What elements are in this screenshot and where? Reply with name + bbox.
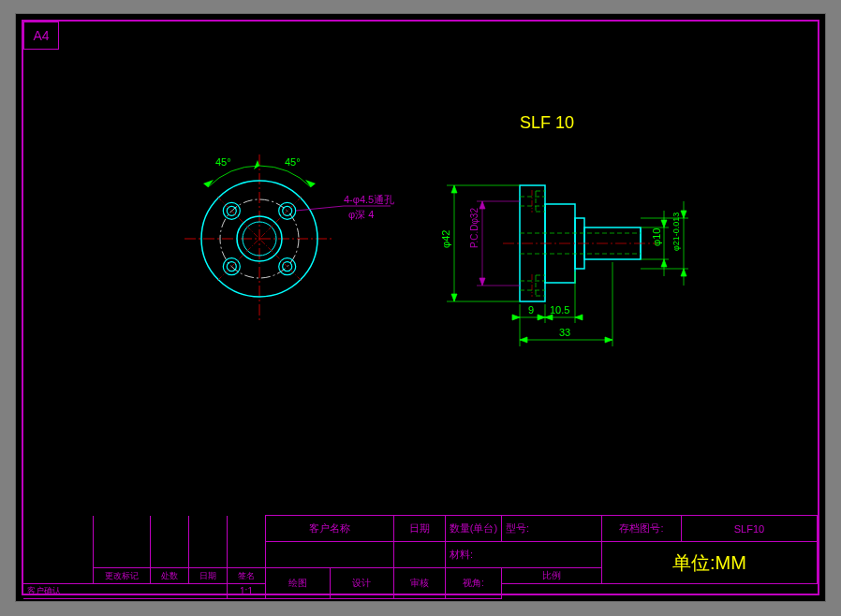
dim-step: 10.5 — [550, 304, 569, 315]
col-place: 处数 — [151, 568, 189, 584]
svg-marker-50 — [480, 278, 485, 286]
svg-marker-60 — [681, 269, 686, 276]
lbl-view: 视角: — [446, 568, 502, 599]
svg-marker-64 — [520, 337, 527, 343]
dim-length: 33 — [559, 327, 570, 338]
title-block: 客户名称 日期 数量(单台) 型号: 存档图号: SLF10 材料: 单位:MM… — [23, 515, 818, 594]
dim-pcd: P.C.Dφ32 — [469, 208, 480, 248]
lbl-check: 审核 — [394, 568, 446, 599]
angle-dim-2: 45° — [285, 156, 301, 168]
paper-size-box: A4 — [23, 22, 59, 50]
svg-marker-71 — [538, 315, 545, 320]
unit-label: 单位:MM — [672, 552, 746, 573]
scale-value: 1:1 — [228, 584, 266, 599]
lbl-date: 日期 — [394, 516, 446, 542]
side-view: φ42 P.C.Dφ32 φ10 — [409, 145, 709, 379]
svg-marker-55 — [661, 259, 667, 267]
svg-marker-45 — [451, 294, 457, 301]
dim-shaft: φ10 — [651, 228, 662, 246]
archive-value: SLF10 — [682, 516, 818, 542]
lbl-design: 设计 — [330, 568, 394, 599]
lbl-material: 材料: — [446, 542, 602, 568]
front-view: 45° 45° 4-φ4.5通孔 φ深 4 — [152, 136, 395, 351]
dim-bore: φ21-0.013 — [671, 213, 681, 251]
svg-marker-54 — [661, 220, 667, 227]
lbl-archive: 存档图号: — [602, 516, 682, 542]
part-title: SLF 10 — [520, 113, 574, 133]
angle-dim-1: 45° — [215, 156, 231, 168]
hole-callout-2: φ深 4 — [348, 209, 374, 220]
dim-od: φ42 — [440, 230, 451, 248]
hole-callout-1: 4-φ4.5通孔 — [344, 194, 394, 205]
row-confirm: 客户确认 — [23, 584, 228, 599]
col-revmark: 更改标记 — [94, 568, 151, 584]
svg-marker-72 — [575, 315, 583, 320]
lbl-draw: 绘图 — [266, 568, 331, 599]
svg-marker-59 — [681, 211, 686, 218]
svg-marker-69 — [512, 315, 520, 320]
lbl-customer: 客户名称 — [266, 516, 394, 542]
svg-marker-49 — [480, 201, 485, 209]
svg-marker-16 — [254, 160, 259, 169]
dim-flange: 9 — [528, 304, 534, 315]
viewport: A4 SLF 10 — [0, 0, 841, 616]
svg-marker-44 — [451, 185, 457, 193]
lbl-scale: 比例 — [502, 568, 602, 584]
col-date2: 日期 — [189, 568, 228, 584]
cad-canvas[interactable]: A4 SLF 10 — [15, 13, 826, 602]
col-sign: 签名 — [228, 568, 266, 584]
lbl-qty: 数量(单台) — [446, 516, 502, 542]
svg-line-19 — [296, 206, 344, 211]
lbl-model: 型号: — [502, 516, 602, 542]
svg-marker-65 — [605, 337, 612, 343]
